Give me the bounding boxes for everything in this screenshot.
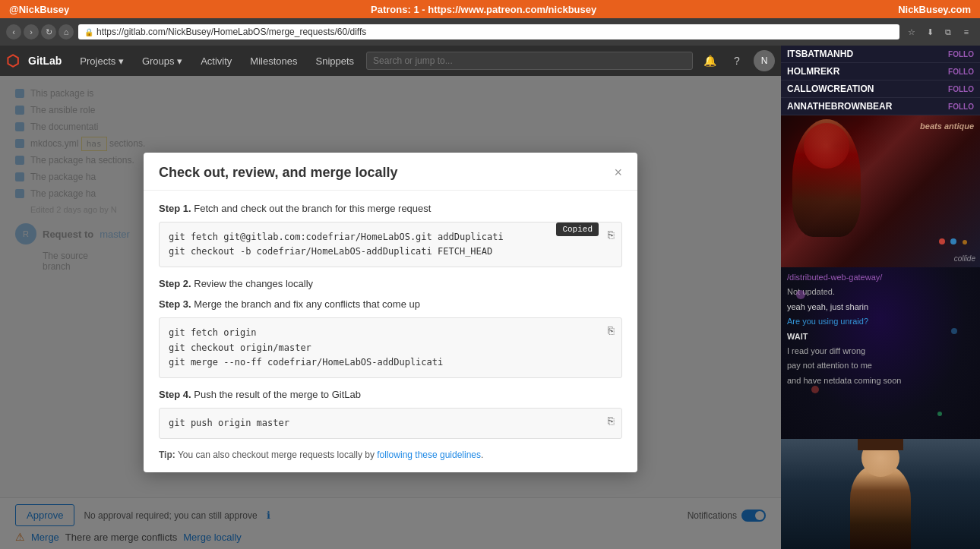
chat-text-4: Are you using unraid? — [787, 317, 868, 326]
browser-action-buttons: ☆ ⬇ ⧉ ≡ — [904, 24, 974, 39]
viewer-follow-1[interactable]: FOLLO — [948, 50, 974, 58]
browser-bar: ‹ › ↻ ⌂ 🔒 https://gitlab.com/NickBusey/H… — [0, 18, 980, 46]
tip-text: Tip: You can also checkout merge request… — [159, 450, 622, 460]
step2-label: Step 2. Review the changes locally — [159, 278, 622, 289]
chat-msg-8: and have netdata coming soon — [787, 375, 974, 387]
modal-close-button[interactable]: × — [614, 166, 622, 179]
chat-text-7: pay not attention to me — [787, 361, 872, 370]
gitlab-logo: ⬡ — [6, 52, 19, 70]
nav-groups[interactable]: Groups ▾ — [136, 52, 188, 70]
art-glow — [785, 119, 891, 172]
chat-msg-2: Not updated. — [787, 286, 974, 298]
viewer-item-1: ITSBATMANHD FOLLO — [781, 46, 980, 63]
chat-msg-4: Are you using unraid? — [787, 316, 974, 327]
webcam-person — [850, 465, 911, 549]
webcam-hair — [858, 439, 903, 450]
chat-messages: /distributed-web-gateway/ Not updated. y… — [781, 267, 980, 439]
viewer-name-4: ANNATHEBROWNBEAR — [787, 101, 892, 112]
particle-4 — [937, 412, 942, 416]
viewer-name-2: HOLMREKR — [787, 66, 839, 77]
forward-button[interactable]: › — [24, 24, 39, 39]
refresh-button[interactable]: ↻ — [41, 24, 56, 39]
webcam-background — [781, 439, 980, 549]
step4-copy-button[interactable]: ⎘ — [605, 413, 617, 428]
modal-dialog: Check out, review, and merge locally × S… — [144, 153, 637, 472]
step3-code-block: git fetch origin git checkout origin/mas… — [159, 317, 622, 378]
step4-code-block: git push origin master ⎘ — [159, 408, 622, 439]
chat-msg-7: pay not attention to me — [787, 360, 974, 371]
page-background: This package is The ansible role The doc… — [0, 76, 781, 549]
chat-background: /distributed-web-gateway/ Not updated. y… — [781, 267, 980, 439]
top-bar-right: NickBusey.com — [898, 4, 971, 15]
chat-msg-5: WAIT — [787, 331, 974, 342]
chat-msg-1: /distributed-web-gateway/ — [787, 272, 974, 283]
viewer-list: ITSBATMANHD FOLLO HOLMREKR FOLLO CALLOWC… — [781, 46, 980, 115]
step1-code-block: git fetch git@gitlab.com:codefriar/HomeL… — [159, 222, 622, 267]
step3-code: git fetch origin git checkout origin/mas… — [169, 326, 612, 370]
step3-label: Step 3. Merge the branch and fix any con… — [159, 298, 622, 310]
lock-icon: 🔒 — [84, 28, 93, 36]
chat-text-5: WAIT — [787, 332, 808, 341]
step1-label: Step 1. Fetch and check out the branch f… — [159, 203, 622, 214]
back-button[interactable]: ‹ — [6, 24, 21, 39]
home-button[interactable]: ⌂ — [58, 24, 74, 39]
nav-projects[interactable]: Projects ▾ — [74, 52, 130, 70]
viewer-item-2: HOLMREKR FOLLO — [781, 63, 980, 80]
top-bar-left: @NickBusey — [9, 4, 69, 15]
chat-text-3: yeah yeah, just sharin — [787, 302, 868, 311]
stream-artwork: collide beats antique — [781, 115, 980, 267]
chat-text-6: I read your diff wrong — [787, 346, 865, 355]
nav-icons: 🔔 ? N — [699, 50, 775, 71]
chat-area: /distributed-web-gateway/ Not updated. y… — [781, 267, 980, 439]
copied-tooltip: Copied — [556, 222, 599, 236]
bookmark-icon[interactable]: ☆ — [904, 24, 919, 39]
step4-code: git push origin master — [169, 416, 612, 431]
download-icon[interactable]: ⬇ — [922, 24, 937, 39]
viewer-item-4: ANNATHEBROWNBEAR FOLLO — [781, 98, 980, 115]
viewer-name-3: CALLOWCREATION — [787, 84, 874, 94]
step1-copy-button[interactable]: ⎘ — [605, 227, 617, 242]
nav-snippets[interactable]: Snippets — [309, 52, 360, 70]
webcam-feed — [781, 439, 980, 549]
notifications-icon[interactable]: 🔔 — [699, 50, 720, 71]
particle-3 — [811, 386, 819, 393]
particle-2 — [951, 328, 957, 334]
webcam-area — [781, 439, 980, 549]
nav-activity[interactable]: Activity — [194, 52, 238, 70]
step1-code: git fetch git@gitlab.com:codefriar/HomeL… — [169, 230, 612, 259]
menu-icon[interactable]: ≡ — [959, 24, 974, 39]
url-text: https://gitlab.com/NickBusey/HomeLabOS/m… — [96, 27, 366, 37]
chat-msg-6: I read your diff wrong — [787, 345, 974, 357]
top-bar-center: Patrons: 1 - https://www.patreon.com/nic… — [371, 4, 596, 15]
chat-text-2: Not updated. — [787, 287, 835, 296]
viewer-follow-3[interactable]: FOLLO — [948, 85, 974, 93]
help-icon[interactable]: ? — [726, 50, 748, 71]
viewer-item-3: CALLOWCREATION FOLLO — [781, 80, 980, 98]
guidelines-link[interactable]: following these guidelines — [377, 450, 481, 460]
viewer-follow-4[interactable]: FOLLO — [948, 103, 974, 111]
address-bar[interactable]: 🔒 https://gitlab.com/NickBusey/HomeLabOS… — [78, 24, 899, 39]
chat-text-1: /distributed-web-gateway/ — [787, 273, 882, 282]
step3-copy-button[interactable]: ⎘ — [605, 323, 617, 338]
chat-text-8: and have netdata coming soon — [787, 376, 901, 385]
global-search-input[interactable] — [366, 52, 693, 70]
viewer-name-1: ITSBATMANHD — [787, 49, 853, 59]
user-avatar[interactable]: N — [754, 50, 775, 71]
nav-milestones[interactable]: Milestones — [244, 52, 303, 70]
chat-msg-3: yeah yeah, just sharin — [787, 301, 974, 313]
modal-body: Step 1. Fetch and check out the branch f… — [144, 191, 637, 472]
modal-overlay: Check out, review, and merge locally × S… — [0, 76, 781, 549]
gitlab-area: ⬡ GitLab Projects ▾ Groups ▾ Activity Mi… — [0, 46, 781, 549]
modal-title: Check out, review, and merge locally — [159, 165, 397, 181]
viewer-follow-2[interactable]: FOLLO — [948, 68, 974, 76]
stream-panel: ITSBATMANHD FOLLO HOLMREKR FOLLO CALLOWC… — [781, 46, 980, 549]
modal-header: Check out, review, and merge locally × — [144, 153, 637, 191]
gitlab-navbar: ⬡ GitLab Projects ▾ Groups ▾ Activity Mi… — [0, 46, 781, 76]
art-subtitle-text: collide — [954, 254, 975, 263]
particle-1 — [796, 290, 805, 299]
extensions-icon[interactable]: ⧉ — [940, 24, 956, 39]
gitlab-wordmark: GitLab — [28, 55, 62, 67]
top-bar: @NickBusey Patrons: 1 - https://www.patr… — [0, 0, 980, 18]
nav-buttons: ‹ › ↻ ⌂ — [6, 24, 74, 39]
art-dots — [937, 237, 969, 248]
